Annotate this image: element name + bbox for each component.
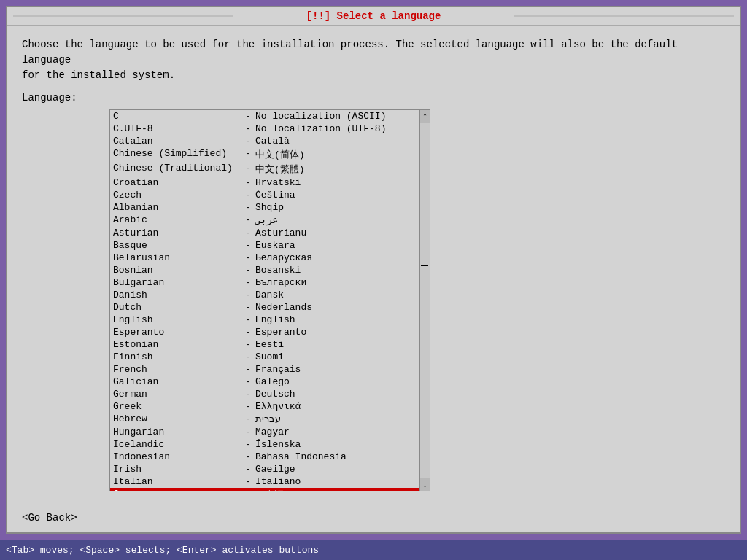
lang-name: Albanian bbox=[113, 202, 241, 213]
list-item[interactable]: Arabic-عربي bbox=[110, 214, 419, 227]
lang-name: Danish bbox=[113, 289, 241, 300]
lang-name: Greek bbox=[113, 401, 241, 412]
lang-sep: - bbox=[241, 177, 255, 188]
list-item[interactable]: Danish-Dansk bbox=[110, 289, 419, 301]
lang-sep: - bbox=[241, 123, 255, 134]
lang-native: Deutsch bbox=[255, 389, 295, 400]
list-item[interactable]: German-Deutsch bbox=[110, 388, 419, 400]
lang-native: Français bbox=[255, 364, 301, 375]
lang-sep: - bbox=[241, 389, 255, 400]
lang-sep: - bbox=[241, 339, 255, 350]
lang-sep: - bbox=[241, 327, 255, 338]
lang-native: Gaeilge bbox=[255, 464, 295, 475]
list-item[interactable]: Esperanto-Esperanto bbox=[110, 326, 419, 338]
list-item[interactable]: Chinese (Traditional)-中文(繁體) bbox=[110, 162, 419, 176]
lang-native: Ελληνικά bbox=[255, 401, 301, 412]
list-item[interactable]: C-No localization (ASCII) bbox=[110, 110, 419, 122]
lang-native: Čeština bbox=[255, 190, 295, 201]
lang-native: Hrvatski bbox=[255, 177, 301, 188]
lang-sep: - bbox=[241, 439, 255, 450]
lang-sep: - bbox=[241, 163, 255, 176]
list-item[interactable]: Catalan-Català bbox=[110, 135, 419, 147]
list-item[interactable]: Indonesian-Bahasa Indonesia bbox=[110, 451, 419, 463]
scroll-track bbox=[420, 123, 430, 478]
list-item[interactable]: Estonian-Eesti bbox=[110, 338, 419, 351]
lang-sep: - bbox=[241, 148, 255, 161]
list-item[interactable]: Bulgarian-Български bbox=[110, 276, 419, 289]
lang-sep: - bbox=[241, 351, 255, 362]
lang-sep: - bbox=[241, 427, 255, 438]
lang-native: עברית bbox=[255, 413, 281, 425]
list-item[interactable]: Dutch-Nederlands bbox=[110, 301, 419, 314]
lang-sep: - bbox=[241, 111, 255, 122]
title-bar: [!!] Select a language bbox=[7, 7, 740, 26]
list-item[interactable]: Bosnian-Bosanski bbox=[110, 264, 419, 276]
lang-name: Italian bbox=[113, 476, 241, 487]
list-item[interactable]: C.UTF-8-No localization (UTF-8) bbox=[110, 122, 419, 135]
lang-name: Basque bbox=[113, 240, 241, 251]
list-item[interactable]: Irish-Gaeilge bbox=[110, 463, 419, 475]
lang-name: German bbox=[113, 389, 241, 400]
list-item[interactable]: Belarusian-Беларуская bbox=[110, 252, 419, 264]
lang-native: عربي bbox=[255, 214, 278, 226]
lang-name: French bbox=[113, 364, 241, 375]
lang-sep: - bbox=[241, 451, 255, 462]
lang-sep: - bbox=[241, 190, 255, 201]
lang-name: Bosnian bbox=[113, 265, 241, 276]
lang-native: Suomi bbox=[255, 351, 284, 362]
lang-native: Беларуская bbox=[255, 252, 312, 263]
lang-native: Esperanto bbox=[255, 327, 306, 338]
lang-name: Chinese (Simplified) bbox=[113, 148, 241, 161]
lang-native: English bbox=[255, 314, 295, 325]
lang-native: Български bbox=[255, 277, 306, 288]
list-item[interactable]: Hungarian-Magyar bbox=[110, 426, 419, 438]
lang-sep: - bbox=[241, 302, 255, 313]
lang-native: Euskara bbox=[255, 240, 295, 251]
list-item[interactable]: French-Français bbox=[110, 363, 419, 376]
list-item[interactable]: Japanese-日本語 bbox=[110, 488, 419, 491]
lang-name: Dutch bbox=[113, 302, 241, 313]
lang-sep: - bbox=[241, 289, 255, 300]
lang-name: Asturian bbox=[113, 228, 241, 238]
list-item[interactable]: Finnish-Suomi bbox=[110, 351, 419, 363]
language-list[interactable]: C-No localization (ASCII)C.UTF-8-No loca… bbox=[110, 110, 419, 491]
list-item[interactable]: Hebrew-עברית bbox=[110, 413, 419, 426]
lang-name: Estonian bbox=[113, 339, 241, 350]
list-item[interactable]: Croatian-Hrvatski bbox=[110, 176, 419, 189]
list-item[interactable]: Greek-Ελληνικά bbox=[110, 400, 419, 413]
list-item[interactable]: Galician-Galego bbox=[110, 376, 419, 388]
lang-sep: - bbox=[241, 277, 255, 288]
list-item[interactable]: Chinese (Simplified)-中文(简体) bbox=[110, 147, 419, 162]
scrollbar[interactable]: ↑ ↓ bbox=[419, 110, 430, 491]
lang-name: Croatian bbox=[113, 177, 241, 188]
lang-sep: - bbox=[241, 364, 255, 375]
lang-native: Bahasa Indonesia bbox=[255, 451, 347, 462]
lang-native: Català bbox=[255, 136, 290, 147]
list-item[interactable]: Italian-Italiano bbox=[110, 475, 419, 488]
main-window: [!!] Select a language Choose the langua… bbox=[6, 6, 741, 534]
lang-native: No localization (ASCII) bbox=[255, 111, 386, 122]
language-list-container: C-No localization (ASCII)C.UTF-8-No loca… bbox=[109, 109, 430, 491]
lang-sep: - bbox=[241, 265, 255, 276]
go-back-button[interactable]: <Go Back> bbox=[22, 512, 77, 524]
scroll-up-button[interactable]: ↑ bbox=[420, 110, 429, 123]
list-item[interactable]: Icelandic-Íslenska bbox=[110, 438, 419, 451]
lang-native: No localization (UTF-8) bbox=[255, 123, 386, 134]
lang-native: Bosanski bbox=[255, 265, 301, 276]
list-item[interactable]: English-English bbox=[110, 314, 419, 326]
language-label: Language: bbox=[22, 92, 725, 104]
lang-name: C bbox=[113, 111, 241, 122]
lang-name: Catalan bbox=[113, 136, 241, 147]
list-item[interactable]: Czech-Čeština bbox=[110, 189, 419, 201]
lang-sep: - bbox=[241, 476, 255, 487]
lang-native: Galego bbox=[255, 376, 290, 387]
list-item[interactable]: Albanian-Shqip bbox=[110, 201, 419, 214]
scroll-down-button[interactable]: ↓ bbox=[420, 478, 429, 491]
lang-name: Hebrew bbox=[113, 413, 241, 425]
lang-sep: - bbox=[241, 136, 255, 147]
lang-name: Icelandic bbox=[113, 439, 241, 450]
list-item[interactable]: Asturian-Asturianu bbox=[110, 227, 419, 239]
list-item[interactable]: Basque-Euskara bbox=[110, 239, 419, 252]
lang-name: Belarusian bbox=[113, 252, 241, 263]
lang-name: Bulgarian bbox=[113, 277, 241, 288]
